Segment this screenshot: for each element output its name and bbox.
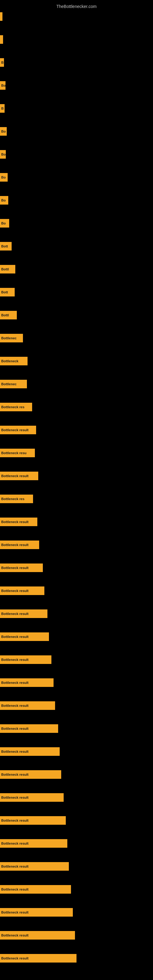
bar-label-34: Bottleneck result bbox=[1, 795, 29, 799]
bar-label-27: Bottleneck result bbox=[1, 635, 29, 638]
bar-row-40: Bottleneck result bbox=[0, 931, 75, 940]
bar-row-27: Bottleneck result bbox=[0, 632, 49, 641]
site-title: TheBottlenecker.com bbox=[0, 2, 153, 10]
bar-row-36: Bottleneck result bbox=[0, 839, 67, 848]
bar-label-8: Bo bbox=[1, 199, 6, 202]
bar-9: Bo bbox=[0, 219, 9, 228]
bar-row-10: Bott bbox=[0, 242, 12, 250]
bar-row-35: Bottleneck result bbox=[0, 816, 66, 825]
bar-label-39: Bottleneck result bbox=[1, 910, 29, 914]
bar-row-15: Bottleneck bbox=[0, 357, 27, 365]
bar-row-26: Bottleneck result bbox=[0, 609, 48, 618]
bar-row-12: Bott bbox=[0, 288, 15, 296]
bar-label-5: Bo bbox=[1, 130, 6, 133]
bar-31: Bottleneck result bbox=[0, 724, 58, 733]
bar-label-10: Bott bbox=[1, 244, 8, 248]
bar-row-13: Bottl bbox=[0, 311, 17, 320]
bar-label-13: Bottl bbox=[1, 313, 9, 317]
bar-40: Bottleneck result bbox=[0, 931, 75, 940]
bar-row-21: Bottleneck res bbox=[0, 495, 33, 503]
bar-18: Bottleneck result bbox=[0, 426, 36, 434]
bar-39: Bottleneck result bbox=[0, 908, 73, 916]
bar-5: Bo bbox=[0, 127, 7, 136]
bar-row-41: Bottleneck result bbox=[0, 954, 76, 963]
bar-label-22: Bottleneck result bbox=[1, 520, 29, 524]
bar-16: Bottlenec bbox=[0, 380, 27, 388]
bar-label-2: B bbox=[1, 60, 4, 64]
bar-row-37: Bottleneck result bbox=[0, 862, 69, 871]
bar-label-32: Bottleneck result bbox=[1, 750, 29, 753]
bar-row-4: B bbox=[0, 104, 5, 113]
bar-label-21: Bottleneck res bbox=[1, 497, 24, 501]
bar-row-7: Bo bbox=[0, 173, 8, 181]
bar-row-6: Bo bbox=[0, 150, 6, 159]
bar-36: Bottleneck result bbox=[0, 839, 67, 848]
bar-label-26: Bottleneck result bbox=[1, 612, 29, 616]
bar-25: Bottleneck result bbox=[0, 587, 45, 595]
bar-label-24: Bottleneck result bbox=[1, 566, 29, 570]
bar-7: Bo bbox=[0, 173, 8, 181]
bar-label-12: Bott bbox=[1, 290, 8, 294]
bar-label-14: Bottlenec bbox=[1, 336, 16, 340]
bar-row-24: Bottleneck result bbox=[0, 563, 43, 572]
bar-row-2: B bbox=[0, 58, 4, 67]
bar-27: Bottleneck result bbox=[0, 632, 49, 641]
bar-11: Bottl bbox=[0, 265, 15, 274]
bar-10: Bott bbox=[0, 242, 12, 250]
bar-33: Bottleneck result bbox=[0, 770, 61, 779]
bar-label-38: Bottleneck result bbox=[1, 888, 29, 891]
bar-label-3: Bo bbox=[1, 84, 5, 87]
bar-38: Bottleneck result bbox=[0, 885, 71, 894]
bar-label-15: Bottleneck bbox=[1, 359, 18, 363]
bar-29: Bottleneck result bbox=[0, 678, 54, 687]
bar-35: Bottleneck result bbox=[0, 816, 66, 825]
bar-label-30: Bottleneck result bbox=[1, 704, 29, 708]
bar-row-18: Bottleneck result bbox=[0, 426, 36, 434]
bar-label-33: Bottleneck result bbox=[1, 773, 29, 776]
bar-14: Bottlenec bbox=[0, 334, 23, 342]
bar-26: Bottleneck result bbox=[0, 609, 48, 618]
bar-label-20: Bottleneck result bbox=[1, 474, 29, 478]
bar-label-16: Bottlenec bbox=[1, 382, 16, 386]
bar-12: Bott bbox=[0, 288, 15, 296]
bar-24: Bottleneck result bbox=[0, 563, 43, 572]
bar-row-23: Bottleneck result bbox=[0, 541, 39, 549]
bar-label-18: Bottleneck result bbox=[1, 428, 29, 432]
bar-0 bbox=[0, 12, 2, 21]
bar-label-6: Bo bbox=[1, 153, 6, 156]
bar-41: Bottleneck result bbox=[0, 954, 76, 963]
bar-label-7: Bo bbox=[1, 175, 6, 179]
bar-row-5: Bo bbox=[0, 127, 7, 136]
bar-21: Bottleneck res bbox=[0, 495, 33, 503]
bar-row-17: Bottleneck res bbox=[0, 403, 32, 411]
bar-row-29: Bottleneck result bbox=[0, 678, 54, 687]
bar-1 bbox=[0, 35, 3, 44]
bar-13: Bottl bbox=[0, 311, 17, 320]
bar-label-40: Bottleneck result bbox=[1, 934, 29, 937]
bar-label-41: Bottleneck result bbox=[1, 956, 29, 960]
bar-label-37: Bottleneck result bbox=[1, 865, 29, 868]
bar-row-28: Bottleneck result bbox=[0, 655, 51, 664]
bar-label-25: Bottleneck result bbox=[1, 589, 29, 593]
bar-row-34: Bottleneck result bbox=[0, 793, 64, 802]
bar-row-9: Bo bbox=[0, 219, 9, 228]
bar-row-38: Bottleneck result bbox=[0, 885, 71, 894]
bar-row-39: Bottleneck result bbox=[0, 908, 73, 916]
bar-37: Bottleneck result bbox=[0, 862, 69, 871]
bar-label-28: Bottleneck result bbox=[1, 658, 29, 662]
bar-row-1 bbox=[0, 35, 3, 44]
bar-34: Bottleneck result bbox=[0, 793, 64, 802]
bar-label-19: Bottleneck resu bbox=[1, 451, 27, 455]
bar-30: Bottleneck result bbox=[0, 701, 55, 710]
bar-row-33: Bottleneck result bbox=[0, 770, 61, 779]
bar-label-23: Bottleneck result bbox=[1, 543, 29, 547]
bar-row-11: Bottl bbox=[0, 265, 15, 274]
bar-label-11: Bottl bbox=[1, 267, 9, 271]
bar-label-9: Bo bbox=[1, 221, 6, 225]
bar-17: Bottleneck res bbox=[0, 403, 32, 411]
bar-row-14: Bottlenec bbox=[0, 334, 23, 342]
bar-32: Bottleneck result bbox=[0, 747, 60, 756]
bar-15: Bottleneck bbox=[0, 357, 27, 365]
bar-row-30: Bottleneck result bbox=[0, 701, 55, 710]
bar-row-25: Bottleneck result bbox=[0, 587, 45, 595]
